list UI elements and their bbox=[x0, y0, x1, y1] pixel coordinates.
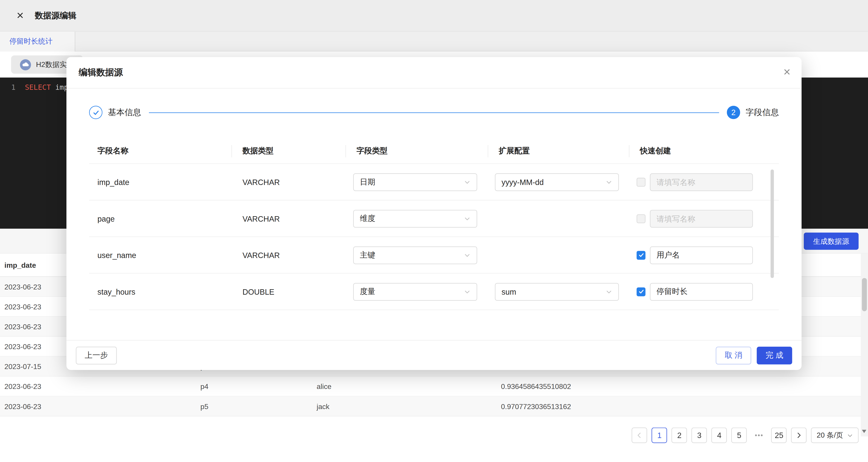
page-size-value: 20 条/页 bbox=[817, 430, 843, 440]
pagination-page-3[interactable]: 3 bbox=[692, 428, 707, 443]
step-basic-info[interactable]: 基本信息 bbox=[89, 106, 141, 119]
quick-create-checkbox bbox=[637, 178, 645, 186]
column-header-imp-date: imp_date bbox=[4, 261, 36, 269]
modal-title: 编辑数据源 bbox=[79, 67, 123, 79]
pagination-page-4[interactable]: 4 bbox=[712, 428, 727, 443]
aggregation-select[interactable]: sum bbox=[495, 283, 619, 300]
quick-create-checkbox bbox=[637, 214, 645, 223]
cell-imp-date: 2023-06-23 bbox=[4, 302, 41, 311]
field-row-page: page VARCHAR 维度 bbox=[89, 201, 779, 237]
step-title: 字段信息 bbox=[746, 107, 779, 118]
select-value: 主键 bbox=[360, 250, 375, 260]
date-format-select[interactable]: yyyy-MM-dd bbox=[495, 173, 619, 191]
pagination-ellipsis[interactable]: ••• bbox=[751, 428, 767, 443]
column-header-data-type: 数据类型 bbox=[231, 146, 345, 156]
tab-bar: 停留时长统计 bbox=[0, 32, 868, 52]
column-header-ext-config: 扩展配置 bbox=[488, 146, 629, 156]
field-row-stay-hours: stay_hours DOUBLE 度量 sum bbox=[89, 274, 779, 310]
modal-close-icon[interactable]: × bbox=[783, 65, 790, 80]
cloud-database-icon bbox=[20, 59, 31, 70]
close-icon[interactable]: × bbox=[17, 9, 24, 22]
pagination-page-5[interactable]: 5 bbox=[732, 428, 747, 443]
step-number-badge: 2 bbox=[727, 106, 740, 119]
cell-page: p5 bbox=[200, 402, 209, 410]
column-header-field-type: 字段类型 bbox=[345, 146, 488, 156]
page-scrollbar-thumb[interactable] bbox=[862, 278, 867, 311]
field-type-select[interactable]: 主键 bbox=[353, 246, 477, 264]
page-size-select[interactable]: 20 条/页 bbox=[811, 428, 859, 443]
data-type: VARCHAR bbox=[231, 178, 345, 186]
quick-create-checkbox[interactable] bbox=[637, 287, 645, 296]
step-title: 基本信息 bbox=[108, 107, 141, 118]
field-table-scrollbar-thumb[interactable] bbox=[771, 170, 774, 278]
cell-imp-date: 2023-07-15 bbox=[4, 362, 41, 371]
quick-name-input bbox=[650, 210, 753, 227]
done-button[interactable]: 完 成 bbox=[757, 347, 792, 364]
cell-imp-date: 2023-06-23 bbox=[4, 382, 41, 391]
column-header-quick-create: 快速创建 bbox=[629, 146, 779, 156]
field-name: imp_date bbox=[89, 178, 231, 186]
chevron-down-icon bbox=[464, 288, 470, 295]
field-row-user-name: user_name VARCHAR 主键 bbox=[89, 237, 779, 274]
select-value: yyyy-MM-dd bbox=[502, 178, 544, 186]
chevron-down-icon bbox=[464, 215, 470, 222]
quick-name-input bbox=[650, 173, 753, 191]
cell-page: p4 bbox=[200, 382, 209, 391]
chevron-right-icon bbox=[796, 432, 802, 438]
select-value: 度量 bbox=[360, 286, 375, 297]
pagination-page-25[interactable]: 25 bbox=[771, 428, 787, 443]
pagination-prev-button[interactable] bbox=[632, 428, 647, 443]
data-type: VARCHAR bbox=[231, 214, 345, 223]
page-title: 数据源编辑 bbox=[35, 10, 76, 21]
field-type-select[interactable]: 日期 bbox=[353, 173, 477, 191]
chevron-left-icon bbox=[636, 432, 643, 438]
field-row-imp-date: imp_date VARCHAR 日期 yyyy-MM-dd bbox=[89, 164, 779, 201]
quick-name-input[interactable] bbox=[650, 246, 753, 264]
cell-stay-hours: 0.9707723036513162 bbox=[501, 402, 571, 410]
cell-stay-hours: 0.9364586435510802 bbox=[501, 382, 571, 391]
cell-imp-date: 2023-06-23 bbox=[4, 282, 41, 291]
check-icon bbox=[638, 288, 644, 295]
steps: 基本信息 2 字段信息 bbox=[89, 106, 779, 119]
app-header: × 数据源编辑 bbox=[0, 0, 868, 32]
chevron-down-icon bbox=[464, 179, 470, 185]
step-field-info[interactable]: 2 字段信息 bbox=[727, 106, 779, 119]
field-name: page bbox=[89, 214, 231, 223]
edit-datasource-modal: 编辑数据源 × 基本信息 2 字段信息 字段名称 数据类型 字段类型 扩展配置 … bbox=[66, 57, 802, 370]
chevron-down-icon bbox=[847, 432, 853, 438]
tab-stay-duration[interactable]: 停留时长统计 bbox=[0, 32, 75, 52]
cell-imp-date: 2023-06-23 bbox=[4, 402, 41, 410]
generate-datasource-button[interactable]: 生成数据源 bbox=[804, 233, 859, 250]
quick-name-input[interactable] bbox=[650, 283, 753, 300]
sql-keyword: SELECT bbox=[25, 83, 51, 91]
cell-imp-date: 2023-06-23 bbox=[4, 342, 41, 350]
chevron-down-icon bbox=[606, 288, 612, 295]
modal-header: 编辑数据源 × bbox=[66, 57, 802, 89]
field-name: user_name bbox=[89, 251, 231, 259]
field-type-select[interactable]: 维度 bbox=[353, 210, 477, 227]
chevron-down-icon bbox=[464, 252, 470, 258]
page-scrollbar bbox=[861, 254, 868, 436]
tab-label: 停留时长统计 bbox=[9, 37, 53, 47]
field-table-scrollbar bbox=[771, 166, 774, 309]
line-number: 1 bbox=[0, 83, 16, 92]
cell-user-name: jack bbox=[317, 402, 330, 410]
screen: × 数据源编辑 停留时长统计 H2数据实例 1 SELECT imp 生成数据源… bbox=[0, 0, 868, 462]
pagination-next-button[interactable] bbox=[791, 428, 807, 443]
cancel-button[interactable]: 取 消 bbox=[716, 347, 751, 364]
select-value: sum bbox=[502, 287, 516, 296]
table-row: 2023-06-23 p4 alice 0.9364586435510802 bbox=[0, 376, 868, 396]
field-type-select[interactable]: 度量 bbox=[353, 283, 477, 300]
check-icon bbox=[638, 252, 644, 258]
scroll-down-arrow-icon[interactable] bbox=[862, 430, 866, 433]
table-row: 2023-06-23 p5 jack 0.9707723036513162 bbox=[0, 396, 868, 416]
previous-step-button[interactable]: 上一步 bbox=[76, 347, 117, 364]
pagination-page-1[interactable]: 1 bbox=[652, 428, 667, 443]
pagination-page-2[interactable]: 2 bbox=[672, 428, 687, 443]
select-value: 日期 bbox=[360, 177, 375, 187]
sql-editor-line: 1 SELECT imp bbox=[0, 83, 68, 92]
quick-create-checkbox[interactable] bbox=[637, 251, 645, 259]
cell-user-name: alice bbox=[317, 382, 332, 391]
data-type: DOUBLE bbox=[231, 287, 345, 296]
field-name: stay_hours bbox=[89, 287, 231, 296]
